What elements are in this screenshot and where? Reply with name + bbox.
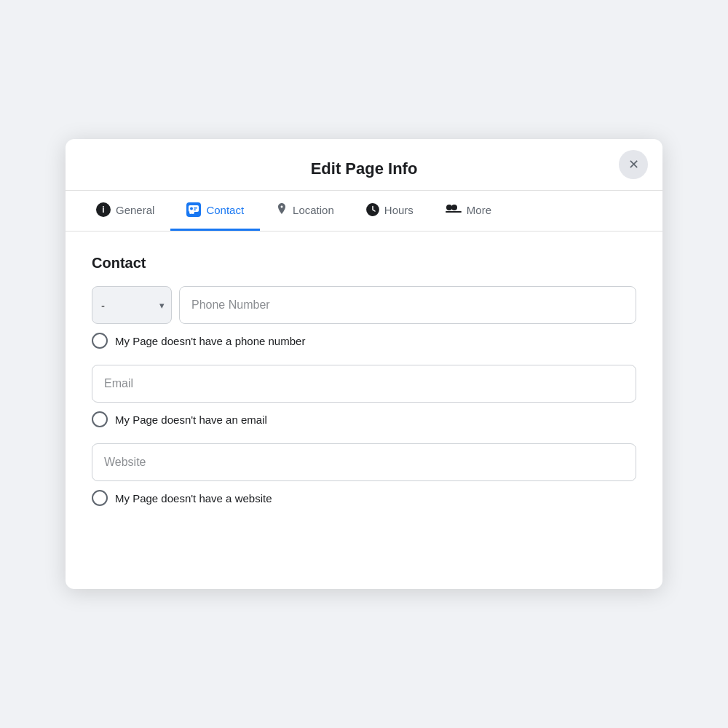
tab-more-label: More [467,204,491,216]
close-icon: ✕ [628,157,639,173]
clock-icon [366,203,379,216]
no-email-label: My Page doesn't have an email [115,414,267,426]
modal-body: Contact - +1 +44 +91 +61 My Page doesn't… [66,232,662,545]
phone-prefix-select[interactable]: - +1 +44 +91 +61 [92,286,172,324]
no-website-checkbox-row: My Page doesn't have a website [92,490,636,506]
svg-rect-3 [194,210,196,211]
no-email-radio[interactable] [92,411,108,427]
svg-point-5 [191,211,194,214]
contact-section-title: Contact [92,255,636,272]
info-icon: i [96,202,111,217]
website-input[interactable] [92,443,636,481]
tab-contact-label: Contact [206,204,244,216]
no-phone-checkbox-row: My Page doesn't have a phone number [92,333,636,349]
more-icon [446,204,462,215]
no-email-checkbox-row: My Page doesn't have an email [92,411,636,427]
no-phone-label: My Page doesn't have a phone number [115,335,305,347]
svg-point-1 [190,207,193,210]
tab-hours-label: Hours [384,204,414,216]
tab-general[interactable]: i General [80,191,170,231]
phone-prefix-wrapper: - +1 +44 +91 +61 [92,286,172,324]
tab-contact[interactable]: Contact [170,191,260,231]
no-phone-radio[interactable] [92,333,108,349]
email-input[interactable] [92,365,636,403]
tab-general-label: General [116,204,154,216]
svg-point-7 [446,205,452,210]
tab-location-label: Location [293,204,334,216]
tab-location[interactable]: Location [260,191,350,230]
no-website-label: My Page doesn't have a website [115,492,272,505]
svg-rect-9 [446,211,462,213]
close-button[interactable]: ✕ [619,150,648,179]
tabs-nav: i General Contact L [66,191,662,232]
svg-point-8 [451,205,457,210]
location-icon [276,203,288,216]
modal-header: Edit Page Info ✕ [66,139,662,191]
modal-title: Edit Page Info [311,159,418,178]
edit-page-info-modal: Edit Page Info ✕ i General Contact [66,139,662,589]
phone-row: - +1 +44 +91 +61 [92,286,636,324]
tab-more[interactable]: More [430,192,507,230]
svg-rect-2 [194,207,197,209]
no-website-radio[interactable] [92,490,108,506]
tab-hours[interactable]: Hours [350,191,430,230]
phone-number-input[interactable] [179,286,636,324]
contact-icon [186,202,201,217]
